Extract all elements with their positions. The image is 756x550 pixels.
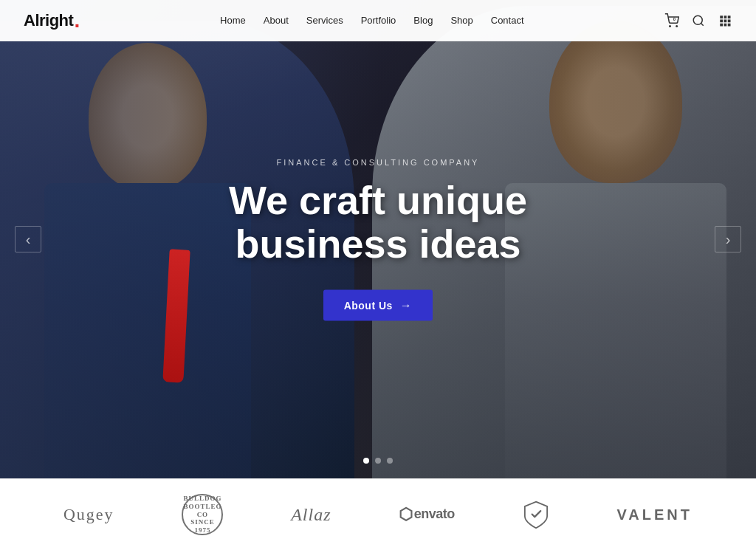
svg-rect-12 [728,23,731,26]
hero-cta-label: About Us [344,299,393,311]
brands-section: Qugey BULLDOGBOOTLEG COSINCE 1975 Allaz … [0,478,756,550]
nav-item-home[interactable]: Home [220,15,246,26]
slider-dot-1[interactable] [363,458,369,464]
logo-dot: . [74,10,79,31]
slider-dots [363,458,393,464]
header-icons: 0 [664,13,732,28]
hero-cta-arrow: → [400,298,413,312]
brand-envato: ⬡envato [399,505,455,524]
svg-point-3 [693,16,702,24]
nav-item-contact[interactable]: Contact [491,15,524,26]
hero-title: We craft unique business ideas [193,179,563,267]
nav-item-portfolio[interactable]: Portfolio [361,15,396,26]
svg-rect-6 [728,16,731,18]
logo-text: Alright [24,11,73,30]
svg-rect-11 [724,23,727,26]
hero-title-line2: business ideas [235,221,520,266]
svg-rect-4 [720,16,723,18]
hero-title-line1: We craft unique [229,178,527,222]
search-icon[interactable] [691,13,706,28]
svg-rect-10 [720,23,723,26]
svg-point-1 [676,25,678,27]
brand-logo-envato: ⬡envato [399,505,455,524]
nav-item-about[interactable]: About [264,15,289,26]
cart-icon[interactable]: 0 [664,13,679,28]
nav-item-blog[interactable]: Blog [413,15,433,26]
brand-shield [523,500,549,529]
svg-rect-7 [720,19,723,22]
logo[interactable]: Alright . [24,10,80,31]
brand-logo-allaz: Allaz [291,505,331,525]
hero-subtitle: Finance & Consulting Company [193,158,563,167]
svg-rect-5 [724,16,727,18]
svg-text:0: 0 [673,17,676,21]
slider-next-button[interactable]: › [715,226,741,252]
slider-prev-button[interactable]: ‹ [15,226,41,252]
svg-rect-8 [724,19,727,22]
svg-point-0 [670,25,671,27]
main-nav: Home About Services Portfolio Blog Shop … [220,15,523,26]
hero-content: Finance & Consulting Company We craft un… [193,158,563,321]
brand-logo-valent: VALENT [617,506,693,523]
grid-icon[interactable] [718,13,732,28]
brand-logo-qugey: Qugey [63,505,114,524]
svg-rect-9 [728,19,731,22]
nav-item-shop[interactable]: Shop [450,15,472,26]
hero-section: Finance & Consulting Company We craft un… [0,0,756,478]
header: Alright . Home About Services Portfolio … [0,0,756,41]
brand-logo-bulldog: BULLDOGBOOTLEG COSINCE 1975 [182,494,223,535]
brand-valent: VALENT [617,506,693,523]
slider-dot-3[interactable] [387,458,393,464]
brand-qugey: Qugey [63,505,114,524]
hero-cta-button[interactable]: About Us → [323,289,433,320]
slider-dot-2[interactable] [375,458,381,464]
nav-item-services[interactable]: Services [306,15,343,26]
brand-logo-shield [523,500,549,529]
brand-bulldog: BULLDOGBOOTLEG COSINCE 1975 [182,494,223,535]
brand-allaz: Allaz [291,505,331,525]
